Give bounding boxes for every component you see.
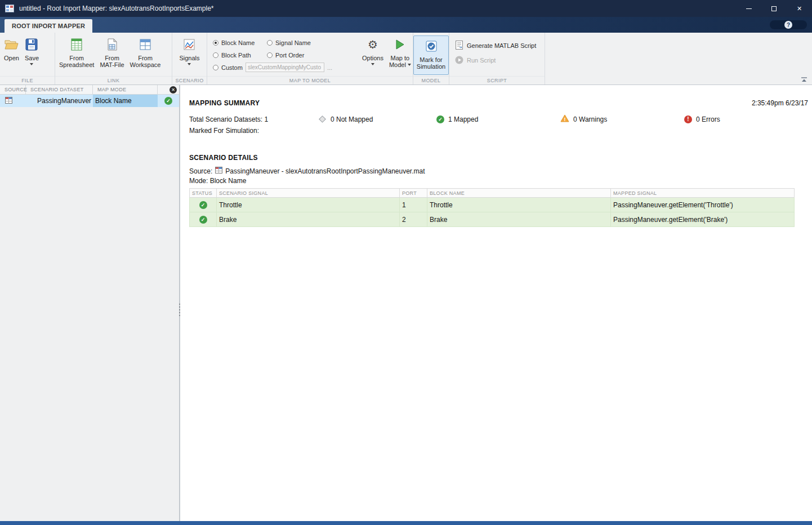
radio-signal-name[interactable]: Signal Name [267, 37, 351, 48]
section-model: Mark for Simulation MODEL [413, 33, 449, 84]
signals-icon [183, 37, 195, 52]
header-mapped-signal: MAPPED SIGNAL [611, 189, 795, 198]
panel-splitter[interactable] [179, 85, 180, 521]
mark-for-simulation-label: Mark for Simulation [417, 56, 445, 70]
scenario-map-mode-cell[interactable]: Block Name [93, 95, 158, 107]
workspace-icon [139, 37, 151, 52]
radio-custom-label: Custom [221, 64, 243, 71]
generate-matlab-script-button[interactable]: Generate MATLAB Script [450, 38, 543, 53]
maximize-button[interactable] [761, 0, 787, 17]
radio-block-name-label: Block Name [221, 39, 255, 46]
source-label: Source: [189, 167, 212, 175]
column-source: SOURCE [0, 85, 26, 94]
ribbon-filler [545, 33, 812, 84]
column-scenario-dataset: SCENARIO DATASET [26, 85, 93, 94]
cell-port: 2 [400, 212, 427, 227]
panel-close-button[interactable]: ✕ [169, 86, 177, 94]
header-block-name: BLOCK NAME [427, 189, 611, 198]
section-link: From Spreadsheet From MAT-File From Work… [55, 33, 172, 84]
toolstrip-ribbon: Open Save FILE From Spreads [0, 33, 812, 85]
from-spreadsheet-button[interactable]: From Spreadsheet [56, 34, 97, 76]
section-map-to-model-label: MAP TO MODEL [207, 76, 413, 84]
maximize-icon [771, 6, 777, 11]
radio-block-path-label: Block Path [221, 52, 251, 59]
map-to-model-button[interactable]: Map to Model [386, 34, 414, 76]
script-document-icon [455, 41, 463, 51]
source-value: PassingManeuver - slexAutotransRootInpor… [225, 167, 425, 175]
radio-signal-name-label: Signal Name [275, 39, 311, 46]
section-link-label: LINK [55, 76, 172, 84]
cell-block: Brake [427, 212, 611, 227]
tab-root-inport-mapper[interactable]: ROOT INPORT MAPPER [5, 19, 92, 33]
from-mat-file-button[interactable]: From MAT-File [97, 34, 127, 76]
options-dropdown-arrow-icon [371, 63, 374, 65]
radio-port-order[interactable]: Port Order [267, 50, 351, 60]
section-scenario-label: SCENARIO [172, 76, 207, 84]
header-scenario-signal: SCENARIO SIGNAL [217, 189, 400, 198]
browse-button[interactable]: ... [327, 64, 332, 71]
map-mode-radio-group: Block Name Signal Name Block Path Port O… [208, 34, 353, 76]
custom-mapping-input[interactable] [246, 63, 324, 72]
dataset-icon [5, 97, 12, 105]
status-bar [0, 521, 812, 525]
radio-block-name[interactable]: Block Name [213, 37, 262, 48]
save-floppy-icon [25, 37, 38, 52]
run-script-button[interactable]: Run Script [450, 53, 543, 68]
mapped-label: 1 Mapped [448, 115, 478, 123]
save-label: Save [25, 55, 39, 61]
from-workspace-button[interactable]: From Workspace [127, 34, 164, 76]
not-mapped-label: 0 Not Mapped [331, 115, 373, 123]
mapped-check-icon: ✓ [436, 115, 444, 123]
open-button[interactable]: Open [1, 34, 22, 76]
radio-unselected-icon [213, 52, 218, 58]
mat-file-icon [106, 37, 118, 52]
save-button[interactable]: Save [22, 34, 42, 76]
radio-unselected-icon [213, 65, 218, 70]
run-script-label: Run Script [467, 57, 496, 64]
map-to-model-play-icon [394, 37, 405, 52]
title-bar: untitled - Root Inport Mapper: slexAutot… [0, 0, 812, 17]
cell-mapped: PassingManeuver.getElement('Brake') [611, 212, 795, 227]
table-row[interactable]: ✓ Throttle 1 Throttle PassingManeuver.ge… [190, 198, 795, 212]
close-button[interactable]: ✕ [787, 0, 812, 17]
header-status: STATUS [190, 189, 217, 198]
from-spreadsheet-label: From Spreadsheet [59, 55, 94, 68]
radio-port-order-label: Port Order [275, 52, 304, 59]
minimize-button[interactable] [736, 0, 761, 17]
mark-for-simulation-icon [426, 38, 437, 54]
map-to-model-dropdown-arrow-icon [408, 64, 411, 66]
total-datasets-label: Total Scenario Datasets: 1 [189, 115, 318, 123]
radio-selected-icon [213, 40, 218, 46]
mapped-status: ✓ 1 Mapped [436, 115, 560, 123]
scenario-row[interactable]: PassingManeuver Block Name ✓ [0, 95, 179, 107]
radio-block-path[interactable]: Block Path [213, 50, 262, 60]
row-status-check-icon: ✓ [199, 216, 207, 224]
collapse-ribbon-button[interactable] [801, 77, 807, 82]
section-scenario: Signals SCENARIO [172, 33, 207, 84]
options-button[interactable]: ⚙ Options [359, 34, 386, 76]
signals-dropdown-arrow-icon [188, 63, 191, 65]
mode-label: Mode: Block Name [189, 177, 808, 185]
options-label: Options [362, 55, 383, 61]
section-model-label: MODEL [413, 76, 449, 84]
cell-signal: Throttle [217, 198, 400, 212]
app-icon [5, 5, 14, 12]
section-file: Open Save FILE [0, 33, 55, 84]
report-timestamp: 2:35:49pm 6/23/17 [752, 99, 808, 107]
map-to-model-label-line2: Model [389, 61, 406, 68]
warning-icon: ! [560, 114, 569, 124]
save-dropdown-arrow-icon [30, 63, 33, 65]
root-inport-mapper-window: untitled - Root Inport Mapper: slexAutot… [0, 0, 812, 525]
section-script-label: SCRIPT [449, 76, 545, 84]
table-row[interactable]: ✓ Brake 2 Brake PassingManeuver.getEleme… [190, 212, 795, 227]
header-port: PORT [400, 189, 427, 198]
help-button[interactable]: ? [770, 20, 807, 29]
section-script: Generate MATLAB Script Run Script SCRIPT [449, 33, 545, 84]
signals-button[interactable]: Signals [176, 34, 202, 76]
warnings-label: 0 Warnings [573, 115, 607, 123]
radio-custom[interactable]: Custom [213, 62, 243, 73]
mark-for-simulation-toggle[interactable]: Mark for Simulation [413, 35, 449, 75]
not-mapped-icon [319, 115, 326, 123]
radio-unselected-icon [267, 52, 273, 58]
warnings-status: ! 0 Warnings [560, 114, 684, 124]
